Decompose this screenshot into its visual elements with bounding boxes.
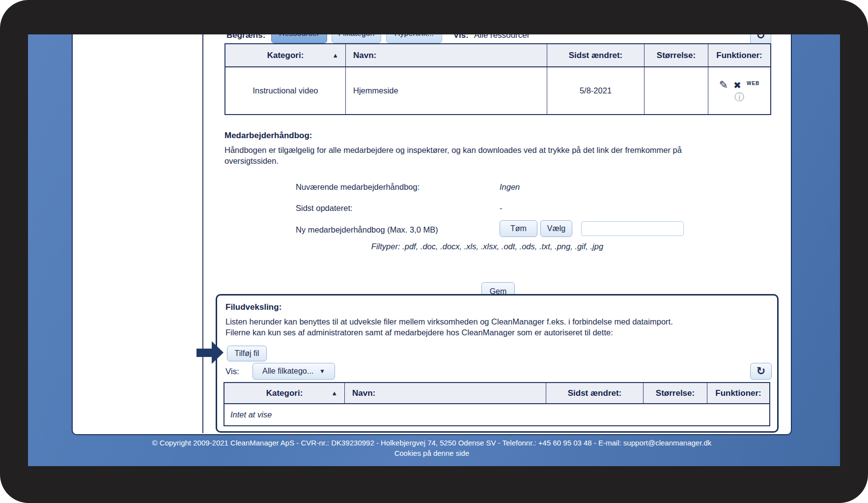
delete-icon[interactable]: ✖ xyxy=(733,81,741,90)
info-icon[interactable]: ⓘ xyxy=(734,92,744,102)
resources-table-header: Kategori: ▲ Navn: Sidst ændret: Størrels… xyxy=(225,44,770,67)
app-screen: Begræns: Ressourcer Filkategori Hyperlin… xyxy=(28,34,840,466)
arrow-tail xyxy=(196,349,212,357)
empty-table-row: Intet at vise xyxy=(224,404,769,425)
column-header-funktioner: Funktioner: xyxy=(708,44,770,66)
arrow-head xyxy=(212,341,224,364)
cell-kategori: Instructional video xyxy=(225,67,346,114)
column-header-kategori[interactable]: Kategori: ▲ xyxy=(224,383,345,403)
dropdown-value: Alle filkatego... xyxy=(262,367,313,376)
column-header-funktioner: Funktioner: xyxy=(707,383,769,403)
web-link-button[interactable]: WEB xyxy=(747,81,759,86)
filter-button-filkategori[interactable]: Filkategori xyxy=(332,24,381,43)
resources-table: Kategori: ▲ Navn: Sidst ændret: Størrels… xyxy=(224,43,771,115)
choose-file-button[interactable]: Vælg xyxy=(540,220,572,237)
file-exchange-panel: Filudveksling: Listen herunder kan benyt… xyxy=(216,294,779,433)
filter-button-label: Filkategori xyxy=(338,29,375,38)
refresh-button[interactable]: ↻ xyxy=(750,363,772,380)
content-page: Begræns: Ressourcer Filkategori Hyperlin… xyxy=(72,34,792,435)
filetypes-note: Filtyper: .pdf, .doc, .docx, .xls, .xlsx… xyxy=(296,241,679,252)
column-header-sidst-aendret[interactable]: Sidst ændret: xyxy=(547,44,644,66)
show-label: Vis: xyxy=(453,30,469,40)
handbook-description-line2: oversigtssiden. xyxy=(224,155,279,166)
column-header-sidst-aendret[interactable]: Sidst ændret: xyxy=(546,383,644,403)
limit-label: Begræns: xyxy=(226,30,265,40)
chevron-down-icon: ▼ xyxy=(319,368,325,375)
refresh-button[interactable]: ↻ xyxy=(750,27,771,44)
cookies-link[interactable]: Cookies på denne side xyxy=(72,448,792,458)
file-exchange-table-header: Kategori: ▲ Navn: Sidst ændret: Størrels… xyxy=(224,383,769,404)
filter-button-ressourcer[interactable]: Ressourcer xyxy=(271,24,327,43)
add-file-button[interactable]: Tilføj fil xyxy=(227,346,267,361)
last-updated-label: Sidst opdateret: xyxy=(296,203,353,213)
filter-button-hyperlink[interactable]: Hyperlink... xyxy=(386,24,442,43)
new-handbook-label: Ny medarbejderhåndbog (Max. 3,0 MB) xyxy=(296,225,438,235)
handbook-section-title: Medarbejderhåndbog: xyxy=(224,131,312,141)
refresh-icon: ↻ xyxy=(756,30,765,41)
page-footer: © Copyright 2009-2021 CleanManager ApS -… xyxy=(72,438,792,458)
column-header-stoerrelse[interactable]: Størrelse: xyxy=(644,44,708,66)
file-exchange-description-line1: Listen herunder kan benyttes til at udve… xyxy=(225,316,673,327)
empty-table-message: Intet at vise xyxy=(224,404,769,425)
column-header-navn[interactable]: Navn: xyxy=(346,44,547,66)
current-handbook-label: Nuværende medarbejderhåndbog: xyxy=(296,182,420,192)
file-name-input[interactable] xyxy=(581,221,684,236)
filter-button-label: Hyperlink... xyxy=(394,29,434,38)
file-exchange-title: Filudveksling: xyxy=(225,302,281,312)
column-header-kategori[interactable]: Kategori: ▲ xyxy=(225,44,346,66)
clear-button[interactable]: Tøm xyxy=(500,220,537,237)
filter-button-label: Ressourcer xyxy=(279,29,319,38)
handbook-description-line1: Håndbogen er tilgælgelig for alle medarb… xyxy=(224,145,682,155)
sort-asc-icon: ▲ xyxy=(331,389,337,397)
device-frame: Begræns: Ressourcer Filkategori Hyperlin… xyxy=(0,0,868,503)
sidebar-content-divider xyxy=(202,34,203,433)
refresh-icon: ↻ xyxy=(756,366,765,377)
cell-stoerrelse xyxy=(644,67,708,114)
file-exchange-table: Kategori: ▲ Navn: Sidst ændret: Størrels… xyxy=(224,382,770,426)
sort-asc-icon: ▲ xyxy=(332,52,338,59)
current-handbook-value: Ingen xyxy=(500,182,520,192)
copyright-text: © Copyright 2009-2021 CleanManager ApS -… xyxy=(72,438,792,448)
edit-icon[interactable]: ✎ xyxy=(719,80,728,90)
column-header-stoerrelse[interactable]: Størrelse: xyxy=(644,383,707,403)
file-exchange-description-line2: Filerne kan kun ses af administratoren s… xyxy=(225,327,613,338)
cell-funktioner: ✎ ✖ WEB ⓘ xyxy=(708,67,770,114)
show-label: Vis: xyxy=(225,366,239,377)
category-filter-dropdown[interactable]: Alle filkatego... ▼ xyxy=(252,363,335,380)
last-updated-value: - xyxy=(500,203,503,213)
cell-navn: Hjemmeside xyxy=(346,67,547,114)
table-row: Instructional video Hjemmeside 5/8-2021 … xyxy=(225,67,770,114)
cell-sidst-aendret: 5/8-2021 xyxy=(547,67,644,114)
show-value: Alle ressourcer xyxy=(474,30,530,40)
column-header-navn[interactable]: Navn: xyxy=(345,383,546,403)
